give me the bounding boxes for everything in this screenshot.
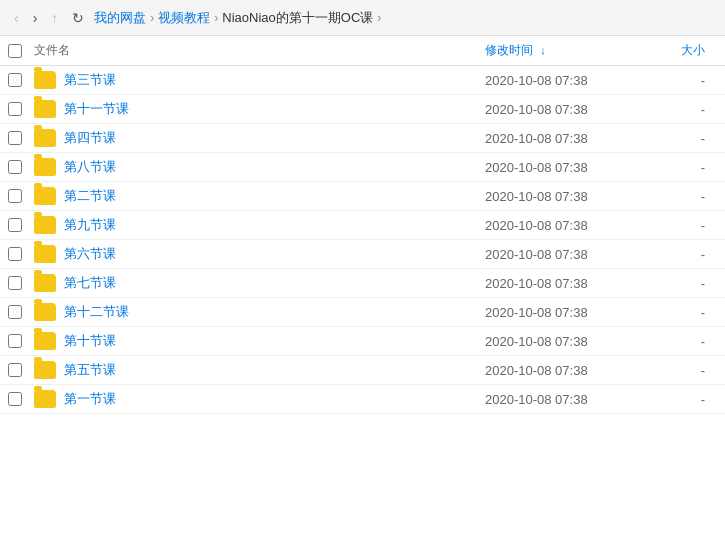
table-row[interactable]: 第一节课 2020-10-08 07:38 - <box>0 385 725 414</box>
rows-container: 第三节课 2020-10-08 07:38 - 第十一节课 2020-10-08… <box>0 66 725 414</box>
row-name-6[interactable]: 第六节课 <box>64 245 116 263</box>
breadcrumb-current: NiaoNiao的第十一期OC课 <box>222 9 373 27</box>
sort-icon: ↓ <box>540 44 546 56</box>
row-name-wrap-2: 第四节课 <box>30 129 485 147</box>
row-checkbox-8[interactable] <box>8 305 22 319</box>
table-row[interactable]: 第八节课 2020-10-08 07:38 - <box>0 153 725 182</box>
row-checkbox-10[interactable] <box>8 363 22 377</box>
table-row[interactable]: 第三节课 2020-10-08 07:38 - <box>0 66 725 95</box>
breadcrumb-sep-1: › <box>150 11 154 25</box>
row-checkbox-4[interactable] <box>8 189 22 203</box>
table-row[interactable]: 第十节课 2020-10-08 07:38 - <box>0 327 725 356</box>
table-row[interactable]: 第九节课 2020-10-08 07:38 - <box>0 211 725 240</box>
row-size-6: - <box>665 247 725 262</box>
table-row[interactable]: 第六节课 2020-10-08 07:38 - <box>0 240 725 269</box>
row-name-wrap-9: 第十节课 <box>30 332 485 350</box>
row-check-7[interactable] <box>0 276 30 290</box>
header-check[interactable] <box>0 44 30 58</box>
toolbar: ‹ › ↑ ↻ 我的网盘 › 视频教程 › NiaoNiao的第十一期OC课 › <box>0 0 725 36</box>
folder-icon-7 <box>34 274 56 292</box>
row-size-9: - <box>665 334 725 349</box>
header-date[interactable]: 修改时间 ↓ <box>485 42 665 59</box>
row-name-wrap-11: 第一节课 <box>30 390 485 408</box>
row-check-0[interactable] <box>0 73 30 87</box>
row-name-7[interactable]: 第七节课 <box>64 274 116 292</box>
row-name-11[interactable]: 第一节课 <box>64 390 116 408</box>
folder-icon-0 <box>34 71 56 89</box>
row-check-3[interactable] <box>0 160 30 174</box>
row-check-9[interactable] <box>0 334 30 348</box>
breadcrumb-item-videos[interactable]: 视频教程 <box>158 9 210 27</box>
row-size-1: - <box>665 102 725 117</box>
row-size-2: - <box>665 131 725 146</box>
row-name-0[interactable]: 第三节课 <box>64 71 116 89</box>
row-name-wrap-4: 第二节课 <box>30 187 485 205</box>
table-row[interactable]: 第十二节课 2020-10-08 07:38 - <box>0 298 725 327</box>
row-name-3[interactable]: 第八节课 <box>64 158 116 176</box>
row-name-wrap-10: 第五节课 <box>30 361 485 379</box>
row-size-10: - <box>665 363 725 378</box>
table-row[interactable]: 第二节课 2020-10-08 07:38 - <box>0 182 725 211</box>
row-size-0: - <box>665 73 725 88</box>
folder-icon-8 <box>34 303 56 321</box>
folder-icon-6 <box>34 245 56 263</box>
row-checkbox-7[interactable] <box>8 276 22 290</box>
row-name-9[interactable]: 第十节课 <box>64 332 116 350</box>
row-name-wrap-1: 第十一节课 <box>30 100 485 118</box>
row-name-10[interactable]: 第五节课 <box>64 361 116 379</box>
row-check-1[interactable] <box>0 102 30 116</box>
row-check-10[interactable] <box>0 363 30 377</box>
row-checkbox-1[interactable] <box>8 102 22 116</box>
row-date-0: 2020-10-08 07:38 <box>485 73 665 88</box>
row-date-3: 2020-10-08 07:38 <box>485 160 665 175</box>
refresh-button[interactable]: ↻ <box>68 8 88 28</box>
row-check-8[interactable] <box>0 305 30 319</box>
header-size[interactable]: 大小 <box>665 42 725 59</box>
breadcrumb-sep-3: › <box>377 11 381 25</box>
breadcrumb-sep-2: › <box>214 11 218 25</box>
row-checkbox-2[interactable] <box>8 131 22 145</box>
row-name-wrap-5: 第九节课 <box>30 216 485 234</box>
row-checkbox-0[interactable] <box>8 73 22 87</box>
row-check-4[interactable] <box>0 189 30 203</box>
row-name-4[interactable]: 第二节课 <box>64 187 116 205</box>
row-check-2[interactable] <box>0 131 30 145</box>
row-name-5[interactable]: 第九节课 <box>64 216 116 234</box>
table-row[interactable]: 第四节课 2020-10-08 07:38 - <box>0 124 725 153</box>
row-name-8[interactable]: 第十二节课 <box>64 303 129 321</box>
table-row[interactable]: 第七节课 2020-10-08 07:38 - <box>0 269 725 298</box>
list-header: 文件名 修改时间 ↓ 大小 <box>0 36 725 66</box>
folder-icon-9 <box>34 332 56 350</box>
row-check-11[interactable] <box>0 392 30 406</box>
row-name-wrap-0: 第三节课 <box>30 71 485 89</box>
row-size-3: - <box>665 160 725 175</box>
breadcrumb-item-root[interactable]: 我的网盘 <box>94 9 146 27</box>
row-checkbox-9[interactable] <box>8 334 22 348</box>
folder-icon-4 <box>34 187 56 205</box>
row-checkbox-6[interactable] <box>8 247 22 261</box>
row-date-8: 2020-10-08 07:38 <box>485 305 665 320</box>
row-checkbox-11[interactable] <box>8 392 22 406</box>
row-date-7: 2020-10-08 07:38 <box>485 276 665 291</box>
table-row[interactable]: 第十一节课 2020-10-08 07:38 - <box>0 95 725 124</box>
back-button[interactable]: ‹ <box>10 8 23 28</box>
folder-icon-2 <box>34 129 56 147</box>
forward-button[interactable]: › <box>29 8 42 28</box>
row-date-1: 2020-10-08 07:38 <box>485 102 665 117</box>
row-check-5[interactable] <box>0 218 30 232</box>
row-date-9: 2020-10-08 07:38 <box>485 334 665 349</box>
up-button[interactable]: ↑ <box>47 8 62 28</box>
row-name-1[interactable]: 第十一节课 <box>64 100 129 118</box>
folder-icon-10 <box>34 361 56 379</box>
row-check-6[interactable] <box>0 247 30 261</box>
row-name-2[interactable]: 第四节课 <box>64 129 116 147</box>
table-row[interactable]: 第五节课 2020-10-08 07:38 - <box>0 356 725 385</box>
folder-icon-1 <box>34 100 56 118</box>
row-checkbox-3[interactable] <box>8 160 22 174</box>
select-all-checkbox[interactable] <box>8 44 22 58</box>
row-size-8: - <box>665 305 725 320</box>
row-date-2: 2020-10-08 07:38 <box>485 131 665 146</box>
breadcrumb: 我的网盘 › 视频教程 › NiaoNiao的第十一期OC课 › <box>94 9 385 27</box>
row-checkbox-5[interactable] <box>8 218 22 232</box>
row-date-6: 2020-10-08 07:38 <box>485 247 665 262</box>
